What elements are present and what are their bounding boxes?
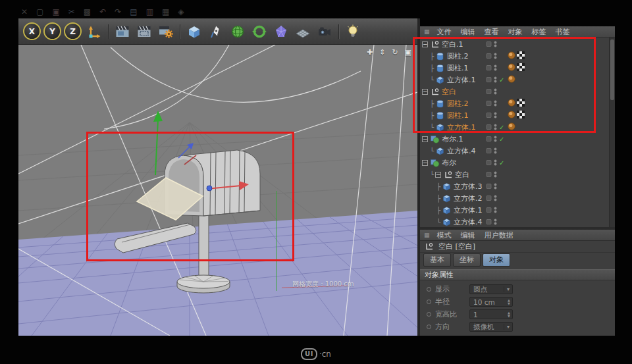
save-icon[interactable]: ▣: [52, 8, 59, 16]
spline-pen-icon[interactable]: [206, 22, 226, 41]
object-row[interactable]: └立方体.4: [420, 145, 609, 157]
tab-basic[interactable]: 基本: [423, 253, 451, 267]
expander-icon[interactable]: −: [435, 172, 441, 178]
om-menu-item[interactable]: 编辑: [456, 27, 480, 37]
viewport-3d[interactable]: ✚⇕↻▣ 网格宽度 : 1000 cm: [18, 45, 417, 336]
axis-y-button[interactable]: Y: [43, 22, 61, 40]
object-row[interactable]: └−空白: [420, 169, 609, 180]
grid-icon[interactable]: ▦: [162, 8, 169, 16]
texture-tag-icon[interactable]: [517, 111, 525, 120]
anim-dot-icon[interactable]: [427, 325, 431, 329]
layout-icon[interactable]: ▤: [130, 8, 137, 16]
enabled-check-icon[interactable]: ✓: [499, 124, 508, 131]
object-row[interactable]: ├立方体.1: [420, 204, 609, 216]
visibility-dots-icon[interactable]: [486, 194, 499, 203]
tab-coord[interactable]: 坐标: [453, 253, 481, 267]
object-row[interactable]: ├圆柱.1: [420, 62, 609, 74]
render-settings-icon[interactable]: [156, 22, 176, 41]
expander-icon[interactable]: −: [422, 89, 428, 95]
gem-icon[interactable]: ◈: [178, 8, 184, 16]
scroll-thumb[interactable]: [610, 39, 614, 100]
coordinate-system-icon[interactable]: [84, 22, 104, 41]
dolly-icon[interactable]: ⇕: [379, 48, 385, 57]
object-row[interactable]: −空白: [420, 86, 609, 97]
om-menu-item[interactable]: 对象: [504, 27, 527, 37]
texture-tag-icon[interactable]: [517, 51, 525, 61]
object-row[interactable]: −布尔✓: [420, 157, 609, 169]
toggle-view-icon[interactable]: ▣: [405, 48, 411, 57]
property-dropdown-display[interactable]: 圆点▾: [469, 284, 513, 294]
texture-tag-icon[interactable]: [517, 63, 525, 73]
object-row[interactable]: └立方体.1✓: [420, 74, 609, 86]
object-row[interactable]: ├圆柱.2: [420, 97, 609, 109]
visibility-dots-icon[interactable]: [486, 111, 499, 120]
generators-icon[interactable]: [250, 22, 269, 41]
expander-icon[interactable]: −: [422, 160, 428, 166]
material-tag-icon[interactable]: [508, 122, 515, 132]
visibility-dots-icon[interactable]: [486, 170, 499, 179]
visibility-dots-icon[interactable]: [486, 158, 499, 167]
material-tag-icon[interactable]: [508, 51, 515, 61]
property-dropdown-orientation[interactable]: 摄像机▾: [469, 322, 513, 332]
expander-icon[interactable]: −: [422, 136, 428, 142]
render-view-icon[interactable]: [113, 22, 132, 41]
property-number-radius[interactable]: 10 cm▲▼: [469, 297, 513, 307]
new-scene-icon[interactable]: ▢: [36, 8, 43, 16]
object-row[interactable]: ├圆柱.1: [420, 109, 609, 121]
texture-tag-icon[interactable]: [517, 99, 525, 109]
object-row[interactable]: ├立方体.3: [420, 180, 609, 192]
pan-icon[interactable]: ✚: [367, 48, 373, 57]
axis-z-button[interactable]: Z: [64, 22, 82, 40]
object-row[interactable]: └立方体.4: [420, 216, 609, 227]
panel-menu-icon[interactable]: ▦: [424, 28, 430, 35]
om-menu-item[interactable]: 标签: [527, 27, 551, 37]
visibility-dots-icon[interactable]: [486, 122, 499, 132]
object-row[interactable]: −布尔.1✓: [420, 133, 609, 145]
am-menu-item[interactable]: 编辑: [456, 230, 480, 240]
material-tag-icon[interactable]: [508, 63, 515, 73]
visibility-dots-icon[interactable]: [486, 182, 499, 191]
anim-dot-icon[interactable]: [427, 287, 431, 292]
visibility-dots-icon[interactable]: [486, 217, 499, 226]
object-row[interactable]: ├立方体.2: [420, 192, 609, 204]
enabled-check-icon[interactable]: ✓: [499, 159, 508, 167]
undo-icon[interactable]: ↶: [99, 8, 106, 16]
material-tag-icon[interactable]: [508, 111, 515, 120]
anim-dot-icon[interactable]: [427, 312, 431, 317]
visibility-dots-icon[interactable]: [486, 87, 499, 96]
expander-icon[interactable]: −: [422, 41, 428, 47]
visibility-dots-icon[interactable]: [486, 99, 499, 108]
om-menu-item[interactable]: 文件: [433, 27, 456, 37]
axis-x-button[interactable]: X: [23, 22, 41, 40]
object-row[interactable]: −空白.1: [420, 38, 609, 50]
visibility-dots-icon[interactable]: [486, 75, 499, 84]
property-number-aspect-ratio[interactable]: 1▲▼: [469, 309, 513, 319]
tab-object[interactable]: 对象: [483, 253, 510, 267]
visibility-dots-icon[interactable]: [486, 146, 499, 155]
panel-menu-icon[interactable]: ▦: [424, 232, 430, 238]
om-scrollbar[interactable]: [609, 38, 615, 227]
subdivision-surface-icon[interactable]: [228, 22, 248, 41]
visibility-dots-icon[interactable]: [486, 134, 499, 143]
om-menu-item[interactable]: 书签: [551, 27, 575, 37]
visibility-dots-icon[interactable]: [486, 205, 499, 215]
deformers-icon[interactable]: [271, 22, 291, 41]
am-menu-item[interactable]: 模式: [433, 230, 456, 240]
spinner-icon[interactable]: ▲▼: [506, 299, 512, 305]
material-tag-icon[interactable]: [508, 99, 515, 109]
am-menu-item[interactable]: 用户数据: [480, 230, 518, 240]
visibility-dots-icon[interactable]: [486, 51, 499, 61]
material-tag-icon[interactable]: [508, 75, 515, 85]
render-region-icon[interactable]: [134, 22, 154, 41]
visibility-dots-icon[interactable]: [486, 39, 499, 49]
floor-icon[interactable]: [293, 22, 313, 41]
redo-icon[interactable]: ↷: [115, 8, 121, 16]
enabled-check-icon[interactable]: ✓: [499, 76, 508, 84]
anim-dot-icon[interactable]: [427, 299, 431, 304]
object-row[interactable]: ├圆柱.2: [420, 50, 609, 62]
orbit-icon[interactable]: ↻: [392, 48, 398, 57]
camera-icon[interactable]: [315, 22, 334, 41]
panel-icon[interactable]: ▥: [146, 8, 153, 16]
cut-icon[interactable]: ✂: [68, 8, 75, 16]
object-row[interactable]: └立方体.1✓: [420, 121, 609, 133]
